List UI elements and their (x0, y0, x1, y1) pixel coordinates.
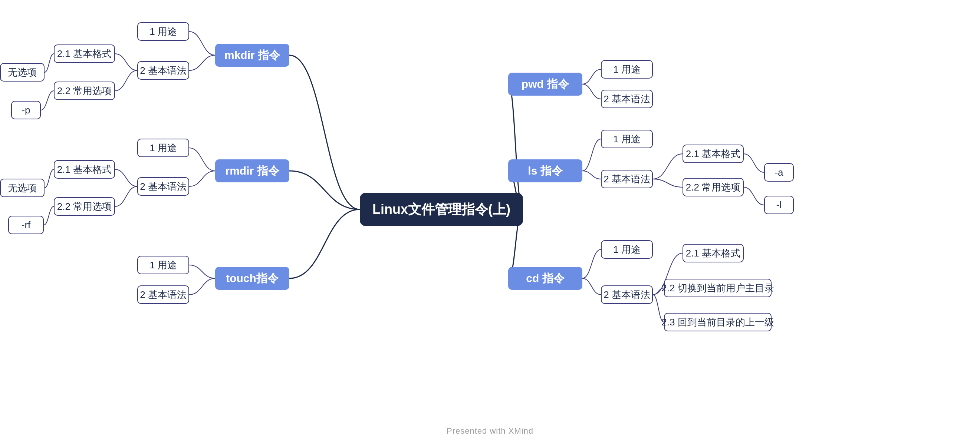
leaf-cd-1: 1 用途 (601, 240, 653, 259)
leaf-rmdir-21: 2.1 基本格式 (54, 160, 115, 179)
leaf-ls-l: -l (764, 196, 794, 214)
leaf-cd-22: 2.2 切换到当前用户主目录 (664, 279, 772, 297)
branch-mkdir: mkdir 指令 (215, 44, 290, 67)
leaf-rmdir-2: 2 基本语法 (137, 177, 189, 196)
branch-cd: cd 指令 (508, 267, 582, 290)
footer-text: Presented with XMind (447, 426, 533, 436)
leaf-mkdir-21: 2.1 基本格式 (54, 44, 115, 63)
leaf-ls-2: 2 基本语法 (601, 170, 653, 188)
leaf-rmdir-22: 2.2 常用选项 (54, 197, 115, 216)
leaf-touch-2: 2 基本语法 (137, 285, 189, 304)
leaf-ls-22: 2.2 常用选项 (682, 178, 744, 197)
leaf-ls-a: -a (764, 163, 794, 182)
branch-rmdir: rmdir 指令 (215, 159, 290, 182)
leaf-mkdir-p: -p (11, 101, 41, 119)
branch-pwd: pwd 指令 (508, 73, 582, 96)
leaf-touch-1: 1 用途 (137, 256, 189, 274)
branch-touch: touch指令 (215, 267, 290, 290)
leaf-cd-2: 2 基本语法 (601, 285, 653, 304)
leaf-rmdir-1: 1 用途 (137, 139, 189, 157)
leaf-pwd-1: 1 用途 (601, 60, 653, 79)
leaf-mkdir-1: 1 用途 (137, 22, 189, 41)
branch-ls: ls 指令 (508, 159, 582, 182)
leaf-ls-21: 2.1 基本格式 (682, 144, 744, 163)
center-node: Linux文件管理指令(上) (360, 193, 523, 226)
leaf-mkdir-2: 2 基本语法 (137, 61, 189, 80)
leaf-rmdir-rf: -rf (8, 216, 44, 234)
leaf-pwd-2: 2 基本语法 (601, 90, 653, 108)
leaf-cd-21: 2.1 基本格式 (682, 244, 744, 262)
leaf-mkdir-22: 2.2 常用选项 (54, 82, 115, 100)
leaf-ls-1: 1 用途 (601, 130, 653, 148)
leaf-rmdir-nooption: 无选项 (0, 179, 45, 197)
leaf-mkdir-nooption: 无选项 (0, 63, 45, 82)
leaf-cd-23: 2.3 回到当前目录的上一级 (664, 313, 772, 331)
